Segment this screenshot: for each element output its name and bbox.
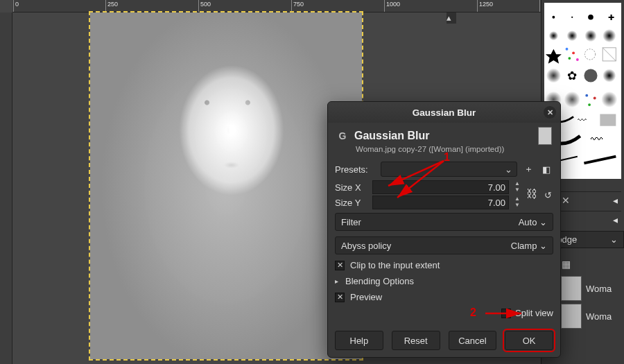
gaussian-blur-dialog: Gaussian Blur ✕ G Gaussian Blur Woman.jp… — [327, 101, 561, 358]
abyss-label: Abyss policy — [341, 241, 391, 251]
svg-rect-27 — [600, 114, 616, 125]
svg-point-12 — [576, 58, 579, 61]
dialog-window-title: Gaussian Blur — [413, 107, 476, 118]
dialog-title: Gaussian Blur — [354, 130, 429, 142]
svg-point-21 — [564, 92, 580, 107]
svg-point-16 — [546, 68, 561, 83]
filter-value: Auto — [519, 217, 537, 227]
layer-thumb — [561, 276, 582, 301]
chevron-down-icon: ⌄ — [505, 164, 512, 175]
app-badge-icon: G — [336, 130, 349, 142]
reset-button[interactable]: Reset — [392, 331, 440, 350]
ok-button[interactable]: OK — [505, 331, 553, 350]
add-preset-icon[interactable]: ＋ — [521, 162, 535, 176]
close-button[interactable]: ✕ — [544, 106, 556, 119]
dialog-subtitle: Woman.jpg copy-27 ([Woman] (imported)) — [328, 145, 560, 159]
svg-text:〰: 〰 — [578, 115, 587, 125]
size-x-input[interactable]: 7.00 — [372, 180, 509, 194]
svg-point-6 — [584, 30, 596, 42]
help-button[interactable]: Help — [335, 331, 383, 350]
svg-point-9 — [566, 48, 569, 51]
ruler-horizontal: 0 250 500 750 1000 1250 1500 — [12, 0, 541, 12]
preview-checkbox[interactable]: ✕ — [335, 293, 345, 302]
svg-point-23 — [593, 97, 596, 100]
expand-blending-icon[interactable] — [335, 277, 340, 286]
close-tab-icon[interactable]: ✕ — [560, 194, 572, 207]
size-y-input[interactable]: 7.00 — [372, 196, 509, 209]
svg-point-0 — [552, 16, 555, 19]
svg-point-13 — [584, 49, 595, 60]
dialog-titlebar[interactable]: Gaussian Blur ✕ — [328, 102, 560, 123]
svg-point-5 — [567, 31, 578, 41]
blending-label: Blending Options — [345, 276, 414, 286]
svg-line-15 — [603, 48, 616, 61]
size-y-value: 7.00 — [488, 198, 505, 208]
layer-thumb — [561, 304, 582, 329]
presets-dropdown[interactable]: ⌄ — [381, 162, 517, 177]
size-y-spinner[interactable]: ▲▼ — [513, 196, 521, 209]
svg-point-10 — [572, 52, 575, 55]
image-content — [90, 12, 362, 359]
filter-label: Filter — [341, 217, 361, 227]
clip-label: Clip to the input extent — [350, 260, 440, 270]
clip-checkbox[interactable]: ✕ — [335, 261, 345, 270]
presets-label: Presets: — [335, 164, 376, 175]
channels-icon[interactable]: ▦ — [560, 258, 572, 270]
layer-preview-thumb — [538, 127, 552, 145]
size-x-spinner[interactable]: ▲▼ — [513, 180, 521, 194]
chevron-down-icon: ⌄ — [539, 217, 547, 227]
svg-text:〰: 〰 — [591, 132, 603, 146]
svg-point-7 — [603, 29, 616, 42]
svg-text:✚: ✚ — [608, 13, 614, 21]
svg-text:✿: ✿ — [567, 69, 577, 83]
chevron-down-icon: ⌄ — [539, 241, 547, 251]
svg-point-11 — [568, 57, 571, 60]
ruler-vertical — [0, 12, 12, 364]
preview-label: Preview — [350, 292, 382, 302]
svg-point-25 — [601, 92, 617, 107]
svg-point-19 — [603, 69, 616, 82]
svg-point-4 — [549, 31, 558, 40]
dialog-button-bar: Help Reset Cancel OK — [328, 324, 560, 357]
filter-dropdown[interactable]: Filter Auto ⌄ — [335, 213, 553, 231]
link-icon[interactable]: ⛓ — [526, 188, 538, 200]
image-canvas[interactable] — [90, 12, 362, 359]
menu-icon[interactable]: ◂ — [609, 194, 621, 207]
split-view-label: Split view — [515, 308, 553, 318]
svg-point-1 — [571, 17, 573, 18]
svg-point-2 — [588, 15, 593, 20]
layer-label: Woma — [586, 284, 612, 294]
reset-size-icon[interactable]: ↺ — [542, 190, 553, 200]
size-x-value: 7.00 — [488, 182, 505, 193]
layer-label: Woma — [586, 311, 612, 322]
scroll-arrow-icon[interactable]: ▴ — [447, 12, 456, 24]
dock-menu-icon[interactable]: ◂ — [609, 214, 621, 226]
svg-point-24 — [588, 103, 591, 106]
split-view-checkbox[interactable] — [501, 309, 511, 318]
abyss-dropdown[interactable]: Abyss policy Clamp ⌄ — [335, 236, 553, 254]
abyss-value: Clamp — [511, 241, 537, 251]
chevron-down-icon: ⌄ — [610, 234, 618, 245]
size-x-label: Size X — [335, 182, 368, 193]
svg-point-18 — [584, 69, 597, 82]
size-y-label: Size Y — [335, 198, 368, 208]
cancel-button[interactable]: Cancel — [449, 331, 497, 350]
svg-line-30 — [584, 157, 616, 164]
svg-point-22 — [585, 94, 588, 97]
manage-presets-icon[interactable]: ◧ — [539, 162, 553, 176]
svg-marker-8 — [546, 49, 562, 64]
